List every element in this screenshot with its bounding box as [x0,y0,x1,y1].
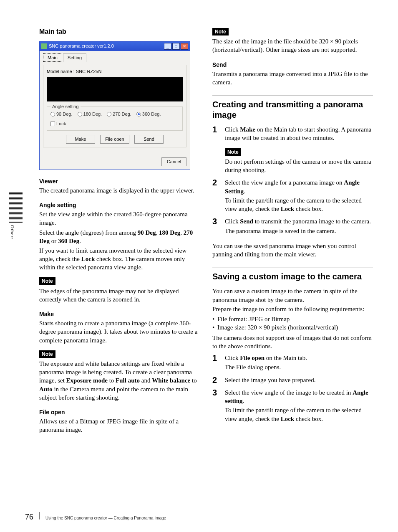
step-number: 1 [212,125,220,175]
tab-setting[interactable]: Setting [63,53,86,62]
panorama-creator-window: SNC panorama creator ver1.2.0 _ □ ✕ Main… [39,41,190,170]
saving-p2: Prepare the image to conform to the foll… [212,305,373,313]
creating-heading: Creating and transmitting a panorama ima… [212,96,373,120]
page-number: 76 [25,512,33,522]
save-step-2: 2 Select the image you have prepared. [212,376,373,385]
radio-270[interactable]: 270 Deg. [107,111,131,117]
fileopen-button[interactable]: File open [100,135,129,144]
angle-text-3: If you want to limit camera movement to … [39,246,200,272]
step-number: 3 [212,217,220,236]
note-badge: Note [39,277,55,285]
viewer-heading: Viewer [39,177,200,185]
note-badge: Note [225,148,241,156]
right-column: Note The size of the image in the file s… [212,27,373,435]
step-1: 1 Click Make on the Main tab to start sh… [212,125,373,175]
note-badge: Note [39,350,55,358]
cancel-button[interactable]: Cancel [161,157,186,166]
step-2: 2 Select the view angle for a panorama i… [212,178,373,214]
make-text: Starts shooting to create a panorama ima… [39,319,200,345]
send-heading: Send [212,61,373,69]
step-number: 2 [212,376,220,385]
angle-text-1: Set the view angle within the created 36… [39,210,200,227]
angle-setting-legend: Angle setting [50,104,81,110]
viewer-text: The created panorama image is displayed … [39,186,200,195]
step-3: 3 Click Send to transmit the panorama im… [212,217,373,236]
angle-heading: Angle setting [39,201,200,209]
panorama-preview [47,77,183,101]
main-panel: Model name : SNC-RZ25N Angle setting 90 … [43,65,186,147]
make-button[interactable]: Make [66,135,95,144]
angle-setting-fieldset: Angle setting 90 Deg. 180 Deg. 270 Deg. … [47,106,183,131]
radio-90[interactable]: 90 Deg. [50,111,73,117]
lock-checkbox[interactable]: Lock [50,121,179,127]
radio-360[interactable]: 360 Deg. [136,111,161,117]
side-label: Others [9,225,15,240]
list-item: Image size: 320 × 90 pixels (horizontal/… [212,323,373,332]
main-tab-heading: Main tab [39,27,200,36]
save-step-1: 1 Click File open on the Main tab. The F… [212,354,373,372]
page-footer: 76 Using the SNC panorama creator — Crea… [25,512,166,522]
send-text: Transmits a panorama image converted int… [212,70,373,87]
note-badge: Note [212,28,229,35]
minimize-button[interactable]: _ [164,43,171,50]
side-section-tab: Others [9,192,23,240]
angle-note: The edges of the panorama image may not … [39,287,200,304]
step1-note: Do not perform settings of the camera or… [225,157,373,175]
list-item: File format: JPEG or Bitmap [212,315,373,323]
fileopen-text: Allows use of a Bitmap or JPEG image fil… [39,417,200,434]
step-number: 2 [212,178,220,214]
radio-180[interactable]: 180 Deg. [78,111,102,117]
left-column: Main tab SNC panorama creator ver1.2.0 _… [39,27,200,435]
fileopen-heading: File open [39,408,200,416]
step-number: 3 [212,388,220,424]
make-heading: Make [39,310,200,318]
model-name-label: Model name : SNC-RZ25N [47,68,183,75]
window-titlebar: SNC panorama creator ver1.2.0 _ □ ✕ [40,42,190,51]
requirements-list: File format: JPEG or Bitmap Image size: … [212,315,373,332]
angle-text-2: Select the angle (degrees) from among 90… [39,228,200,246]
side-lines [9,192,23,223]
saving-heading: Saving a custom image to the camera [212,268,373,282]
step-number: 1 [212,354,220,372]
size-note: The size of the image in the file should… [212,37,373,54]
close-button[interactable]: ✕ [181,43,188,50]
save-step-3: 3 Select the view angle of the image to … [212,388,373,424]
send-button[interactable]: Send [134,135,164,144]
footer-separator [39,512,40,519]
window-title: SNC panorama creator ver1.2.0 [49,43,114,49]
app-icon [41,43,47,49]
saving-p1: You can save a custom image to the camer… [212,287,373,304]
tab-strip: Main Setting [43,53,186,63]
make-note: The exposure and white balance settings … [39,360,200,402]
footer-text: Using the SNC panorama creator — Creatin… [45,515,166,521]
creating-tail: You can use the saved panorama image whe… [212,242,373,259]
saving-p3: The camera does not support use of image… [212,334,373,351]
tab-main[interactable]: Main [43,53,62,62]
maximize-button[interactable]: □ [172,43,180,50]
